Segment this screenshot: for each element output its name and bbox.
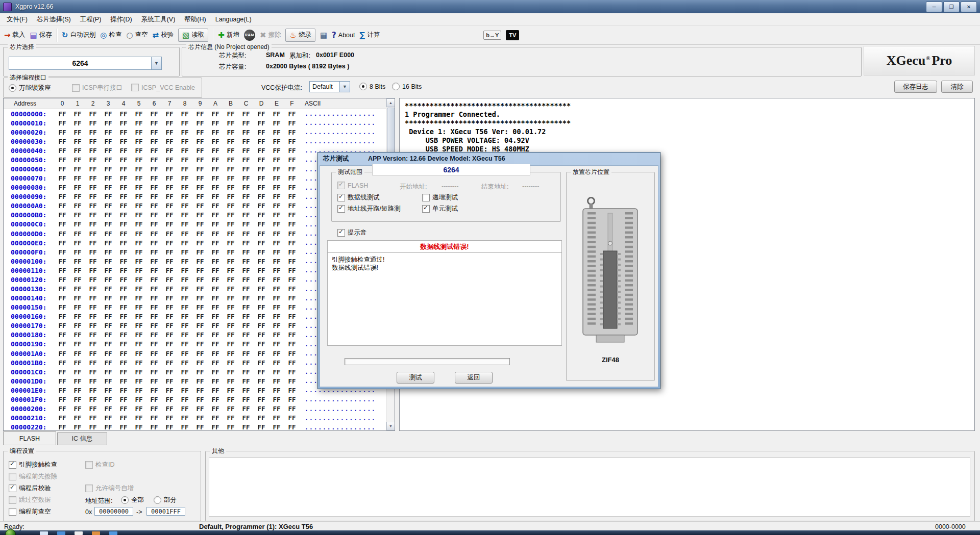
hex-byte-cell: FF [254, 303, 269, 311]
menu-item[interactable]: Language(L) [211, 13, 256, 26]
check-id-icon: ◎ [100, 31, 107, 40]
hex-byte-cell: FF [177, 165, 192, 173]
vcc-value[interactable]: Default [309, 81, 340, 92]
read-button[interactable]: ▧读取 [178, 29, 208, 42]
erase-before-checkbox[interactable]: 编程前先擦除 [9, 472, 57, 481]
address-from-input[interactable] [94, 507, 133, 516]
skip-blank-checkbox[interactable]: 跳过空数据 [9, 496, 51, 504]
bits8-radio[interactable]: 8 Bits [359, 83, 385, 90]
add-new-button[interactable]: ✚新增 [218, 31, 239, 40]
hex-byte-cell: FF [131, 165, 146, 173]
hex-byte-cell: FF [101, 331, 116, 339]
taskbar-app-icon[interactable] [40, 531, 48, 535]
logic-test-button[interactable]: b→Y [483, 31, 501, 40]
hex-byte-cell: FF [238, 313, 254, 320]
hex-byte-cell: FF [223, 239, 238, 247]
scroll-down-icon[interactable]: ▼ [386, 422, 395, 430]
erase-button[interactable]: ✖擦除 [260, 31, 281, 40]
menu-item[interactable]: 系统工具(V) [137, 13, 180, 26]
hex-byte-cell: FF [223, 202, 238, 210]
hex-byte-cell: FF [162, 248, 177, 256]
blank-before-checkbox[interactable]: 编程前查空 [9, 507, 51, 516]
beep-checkbox[interactable]: 提示音 [337, 228, 367, 237]
hex-address-cell: 00000170: [4, 322, 55, 329]
calculator-button[interactable]: ∑计算 [359, 31, 380, 40]
program-button[interactable]: ♨烧录 [285, 29, 315, 42]
tab-flash[interactable]: FLASH [3, 431, 56, 445]
chip-select-dropdown-button[interactable]: ▼ [152, 57, 162, 70]
minimize-button[interactable]: ─ [926, 2, 942, 12]
socket-radio[interactable]: 万能锁紧座 [9, 84, 51, 92]
flash-checkbox[interactable]: FLASH [337, 182, 368, 189]
pin-check-checkbox[interactable]: 引脚接触检查 [9, 461, 57, 469]
scroll-up-icon[interactable]: ▲ [386, 98, 395, 107]
save-log-button[interactable]: 保存日志 [894, 81, 937, 93]
bits16-radio[interactable]: 16 Bits [392, 83, 422, 90]
address-line-test-checkbox[interactable]: 地址线开路/短路测 [337, 205, 400, 213]
clear-log-button[interactable]: 清除 [941, 81, 973, 93]
hex-row[interactable]: 00000030:FFFFFFFFFFFFFFFFFFFFFFFFFFFFFFF… [4, 137, 395, 146]
chip-select-value[interactable]: 6264 [9, 57, 152, 70]
hex-byte-cell: FF [101, 202, 116, 210]
hex-byte-cell: FF [85, 331, 101, 339]
menu-item[interactable]: 操作(D) [106, 13, 136, 26]
test-button[interactable]: 测试 [397, 372, 434, 384]
icsp-vcc-checkbox[interactable]: ICSP_VCC Enable [131, 84, 195, 91]
hex-byte-cell: FF [284, 396, 300, 403]
load-button[interactable]: →载入 [4, 31, 26, 40]
hex-row[interactable]: 00000210:FFFFFFFFFFFFFFFFFFFFFFFFFFFFFFF… [4, 414, 395, 423]
verify-after-checkbox[interactable]: 编程后校验 [9, 484, 51, 493]
auto-identify-button[interactable]: ↻自动识别 [62, 31, 96, 40]
hex-row[interactable]: 00000010:FFFFFFFFFFFFFFFFFFFFFFFFFFFFFFF… [4, 118, 395, 128]
unit-test-checkbox[interactable]: 单元测试 [422, 205, 458, 213]
vcc-dropdown-button[interactable]: ▼ [340, 81, 350, 92]
hex-row[interactable]: 00000220:FFFFFFFFFFFFFFFFFFFFFFFFFFFFFFF… [4, 423, 395, 431]
about-button[interactable]: ?About [332, 31, 355, 40]
check-id-button[interactable]: ◎检查 [100, 31, 121, 40]
tv-mode-button[interactable]: TV [506, 30, 519, 40]
dialog-title-bar[interactable]: 芯片测试 APP Version: 12.66 Device Model: XG… [318, 152, 660, 165]
radio-dot [9, 84, 16, 92]
menu-item[interactable]: 芯片选择(S) [32, 13, 76, 26]
range-all-radio[interactable]: 全部 [121, 496, 144, 504]
taskbar-app-icon[interactable] [109, 531, 117, 535]
auto-serial-checkbox[interactable]: 允许编号自增 [85, 484, 134, 493]
hex-address-cell: 00000120: [4, 276, 55, 284]
grid-view-button[interactable]: ▦ [320, 31, 327, 40]
data-line-test-checkbox[interactable]: 数据线测试 [337, 193, 380, 202]
close-button[interactable]: ✕ [961, 2, 977, 12]
save-button[interactable]: ▤保存 [30, 31, 52, 40]
hex-byte-cell: FF [238, 350, 254, 358]
hex-byte-cell: FF [70, 165, 85, 173]
taskbar-app-icon[interactable] [57, 531, 65, 535]
back-button[interactable]: 返回 [455, 372, 493, 384]
hex-row[interactable]: 00000000:FFFFFFFFFFFFFFFFFFFFFFFFFFFFFFF… [4, 109, 395, 118]
taskbar[interactable] [0, 530, 980, 535]
menu-item[interactable]: 帮助(H) [180, 13, 210, 26]
hex-byte-cell: FF [85, 303, 101, 311]
hex-byte-cell: FF [101, 184, 116, 191]
taskbar-app-icon[interactable] [75, 531, 83, 535]
range-part-radio[interactable]: 部分 [154, 496, 177, 504]
chip-select-combo[interactable]: 6264 ▼ [9, 57, 162, 70]
address-to-input[interactable] [146, 507, 185, 516]
blank-check-button[interactable]: ○查空 [126, 31, 148, 40]
check-id-checkbox[interactable]: 检查ID [85, 461, 115, 469]
hex-byte-cell: FF [208, 359, 223, 367]
tab-ic-info[interactable]: IC 信息 [57, 432, 107, 445]
icsp-serial-checkbox[interactable]: ICSP串行接口 [72, 84, 122, 92]
increment-test-checkbox[interactable]: 递增测试 [422, 193, 458, 202]
hex-byte-cell: FF [238, 322, 254, 329]
title-bar[interactable]: Xgpro v12.66 ─ ❐ ✕ [0, 0, 980, 13]
menu-item[interactable]: 工程(P) [76, 13, 106, 26]
hex-row[interactable]: 00000200:FFFFFFFFFFFFFFFFFFFFFFFFFFFFFFF… [4, 404, 395, 414]
verify-button[interactable]: ⇄校验 [153, 31, 174, 40]
menu-item[interactable]: 文件(F) [2, 13, 32, 26]
scrollbar-thumb[interactable] [387, 108, 395, 152]
vcc-combo[interactable]: Default ▼ [309, 81, 350, 92]
ram-test-button[interactable]: RAM [244, 30, 255, 41]
maximize-button[interactable]: ❐ [943, 2, 960, 12]
hex-row[interactable]: 00000020:FFFFFFFFFFFFFFFFFFFFFFFFFFFFFFF… [4, 128, 395, 137]
taskbar-app-icon[interactable] [92, 531, 100, 535]
hex-row[interactable]: 000001F0:FFFFFFFFFFFFFFFFFFFFFFFFFFFFFFF… [4, 395, 395, 404]
